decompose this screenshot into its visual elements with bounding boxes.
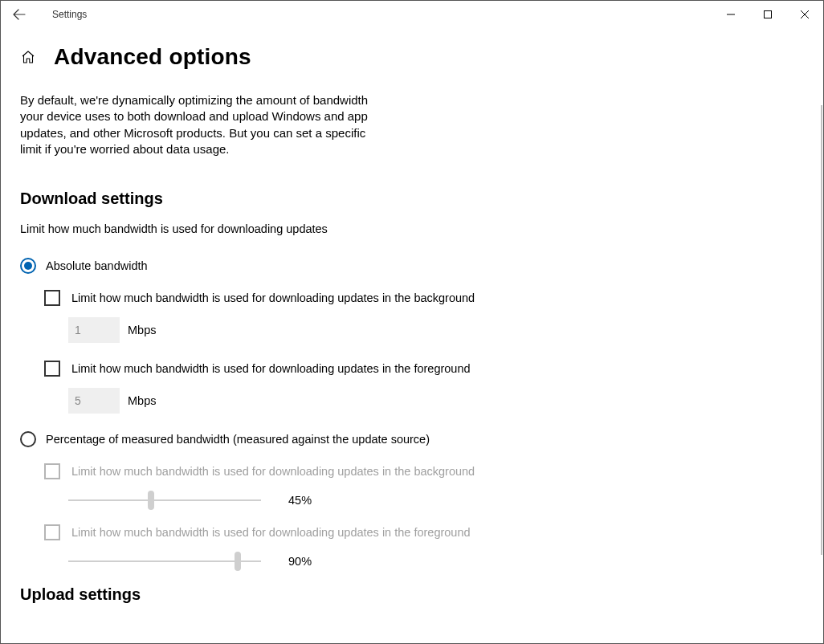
home-icon: [21, 50, 35, 64]
radio-absolute-bandwidth[interactable]: Absolute bandwidth: [20, 258, 496, 274]
download-heading: Download settings: [20, 190, 496, 208]
page-description: By default, we're dynamically optimizing…: [20, 92, 381, 157]
checkbox-label: Limit how much bandwidth is used for dow…: [71, 291, 475, 304]
unit-label: Mbps: [128, 394, 156, 407]
svg-rect-0: [765, 11, 772, 18]
upload-heading: Upload settings: [20, 585, 496, 604]
fg-percentage-slider: [68, 552, 261, 571]
page-title: Advanced options: [54, 44, 251, 70]
home-button[interactable]: [20, 49, 36, 65]
radio-icon: [20, 258, 36, 274]
checkbox-bg-absolute[interactable]: Limit how much bandwidth is used for dow…: [44, 290, 496, 306]
minimize-icon: [727, 10, 735, 18]
page-header: Advanced options: [1, 28, 823, 70]
checkbox-fg-absolute[interactable]: Limit how much bandwidth is used for dow…: [44, 361, 496, 377]
scrollbar[interactable]: [821, 105, 822, 555]
checkbox-fg-percentage: Limit how much bandwidth is used for dow…: [44, 524, 496, 540]
absolute-options: Limit how much bandwidth is used for dow…: [44, 290, 496, 414]
bg-mbps-input[interactable]: 1: [68, 317, 120, 343]
fg-absolute-input-row: 5 Mbps: [68, 388, 496, 414]
checkbox-icon: [44, 290, 60, 306]
radio-label: Percentage of measured bandwidth (measur…: [46, 433, 430, 446]
arrow-left-icon: [13, 8, 26, 21]
radio-percentage-bandwidth[interactable]: Percentage of measured bandwidth (measur…: [20, 431, 496, 447]
radio-label: Absolute bandwidth: [46, 259, 148, 272]
content-area: By default, we're dynamically optimizing…: [1, 70, 515, 604]
window-controls: [712, 1, 823, 28]
bg-absolute-input-row: 1 Mbps: [68, 317, 496, 343]
fg-percentage-value: 90%: [288, 555, 312, 568]
bg-percentage-slider-row: 45%: [68, 491, 496, 510]
titlebar: Settings: [1, 1, 823, 28]
download-subtext: Limit how much bandwidth is used for dow…: [20, 222, 496, 235]
minimize-button[interactable]: [712, 1, 749, 28]
checkbox-icon: [44, 361, 60, 377]
fg-mbps-input[interactable]: 5: [68, 388, 120, 414]
maximize-button[interactable]: [749, 1, 786, 28]
maximize-icon: [764, 10, 772, 18]
checkbox-icon: [44, 524, 60, 540]
radio-icon: [20, 431, 36, 447]
window-title: Settings: [38, 9, 87, 20]
fg-percentage-slider-row: 90%: [68, 552, 496, 571]
checkbox-label: Limit how much bandwidth is used for dow…: [71, 526, 471, 539]
back-button[interactable]: [1, 1, 38, 28]
bg-percentage-slider: [68, 491, 261, 510]
checkbox-icon: [44, 463, 60, 479]
percentage-options: Limit how much bandwidth is used for dow…: [44, 463, 496, 571]
checkbox-label: Limit how much bandwidth is used for dow…: [71, 465, 475, 478]
checkbox-bg-percentage: Limit how much bandwidth is used for dow…: [44, 463, 496, 479]
close-icon: [801, 10, 809, 18]
bg-percentage-value: 45%: [288, 494, 312, 507]
close-button[interactable]: [786, 1, 823, 28]
checkbox-label: Limit how much bandwidth is used for dow…: [71, 362, 471, 375]
unit-label: Mbps: [128, 324, 156, 336]
